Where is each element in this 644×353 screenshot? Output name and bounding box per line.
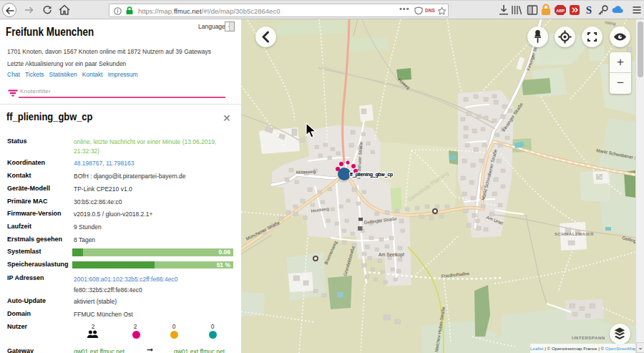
svg-text:ABP: ABP <box>556 9 565 13</box>
svg-text:Am Seelkopf: Am Seelkopf <box>379 252 404 258</box>
svg-text:UNTERSPANN: UNTERSPANN <box>572 335 605 340</box>
svg-text:S: S <box>586 4 592 16</box>
svg-text:ff_pliening_gbw_cp: ff_pliening_gbw_cp <box>350 172 393 178</box>
svg-text:SCHMALZMAIER: SCHMALZMAIER <box>555 231 594 236</box>
